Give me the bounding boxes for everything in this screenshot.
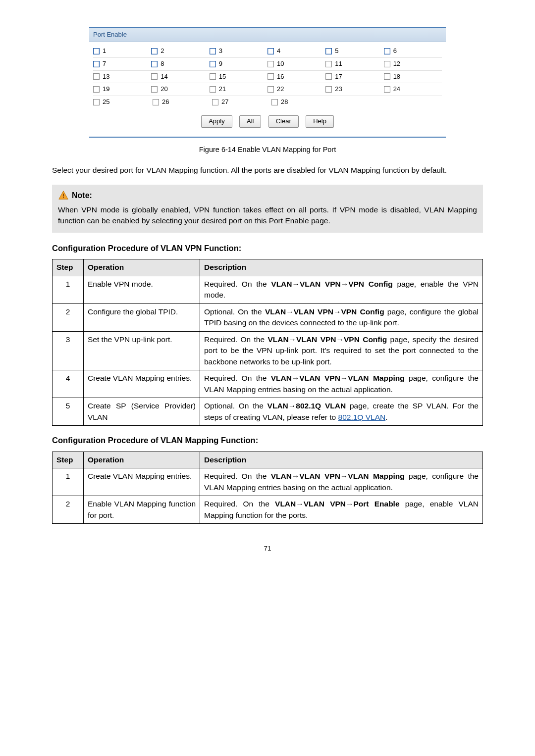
svg-rect-16 <box>326 74 332 80</box>
port-checkbox-23[interactable]: 23 <box>325 83 383 96</box>
clear-button[interactable]: Clear <box>268 115 299 128</box>
description-cell: Optional. On the VLAN→VLAN VPN→VPN Confi… <box>200 303 483 331</box>
port-grid: 1234567891011121314151617181920212223242… <box>89 42 446 108</box>
panel-header: Port Enable <box>89 28 446 42</box>
operation-cell: Configure the global TPID. <box>84 303 200 331</box>
svg-rect-15 <box>268 74 273 80</box>
svg-rect-19 <box>152 87 158 93</box>
operation-cell: Enable VPN mode. <box>84 276 200 303</box>
svg-rect-9 <box>268 61 273 67</box>
port-checkbox-21[interactable]: 21 <box>210 83 268 96</box>
procedure-table-2: Step Operation Description 1Create VLAN … <box>52 452 483 524</box>
svg-rect-23 <box>384 87 390 93</box>
operation-cell: Create VLAN Mapping entries. <box>84 468 200 496</box>
section1-title: Configuration Procedure of VLAN VPN Func… <box>52 243 483 254</box>
svg-rect-17 <box>384 74 390 80</box>
step-cell: 3 <box>53 331 84 370</box>
port-checkbox-8[interactable]: 8 <box>151 58 209 70</box>
apply-button[interactable]: Apply <box>201 115 232 128</box>
table-row: 2Enable VLAN Mapping function for port.R… <box>53 496 483 524</box>
port-checkbox-5[interactable]: 5 <box>325 45 383 57</box>
col-operation: Operation <box>84 259 200 276</box>
panel-button-row: Apply All Clear Help <box>89 108 446 137</box>
table-row: 3Set the VPN up-link port.Required. On t… <box>53 331 483 370</box>
port-checkbox-15[interactable]: 15 <box>210 71 268 83</box>
port-checkbox-27[interactable]: 27 <box>212 96 271 108</box>
port-checkbox-16[interactable]: 16 <box>268 71 325 83</box>
svg-rect-8 <box>210 61 215 67</box>
note-heading: Note: <box>58 190 477 201</box>
warning-icon <box>58 190 69 201</box>
svg-rect-27 <box>272 100 278 105</box>
svg-rect-30 <box>63 197 64 198</box>
svg-rect-1 <box>152 48 158 54</box>
step-cell: 2 <box>53 303 84 331</box>
svg-rect-3 <box>268 48 273 54</box>
port-checkbox-2[interactable]: 2 <box>151 45 209 57</box>
port-enable-panel: Port Enable 1234567891011121314151617181… <box>89 27 446 138</box>
svg-rect-26 <box>213 100 218 105</box>
svg-rect-2 <box>210 48 215 54</box>
port-checkbox-24[interactable]: 24 <box>384 83 442 96</box>
port-checkbox-10[interactable]: 10 <box>268 58 325 70</box>
port-checkbox-22[interactable]: 22 <box>268 83 325 96</box>
svg-rect-6 <box>94 61 100 67</box>
link[interactable]: 802.1Q VLAN <box>338 413 386 421</box>
note-label: Note: <box>72 190 92 201</box>
note-text: When VPN mode is globally enabled, VPN f… <box>58 204 477 227</box>
svg-rect-13 <box>152 74 158 80</box>
port-checkbox-3[interactable]: 3 <box>210 45 268 57</box>
all-button[interactable]: All <box>239 115 261 128</box>
port-checkbox-18[interactable]: 18 <box>384 71 442 83</box>
svg-rect-24 <box>94 100 100 105</box>
port-checkbox-14[interactable]: 14 <box>151 71 209 83</box>
port-checkbox-1[interactable]: 1 <box>93 45 151 57</box>
help-button[interactable]: Help <box>306 115 334 128</box>
col-desc: Description <box>200 259 483 276</box>
table-row: 2Configure the global TPID.Optional. On … <box>53 303 483 331</box>
svg-rect-10 <box>326 61 332 67</box>
description-cell: Optional. On the VLAN→802.1Q VLAN page, … <box>200 398 483 426</box>
figure-caption: Figure 6-14 Enable VLAN Mapping for Port <box>52 145 483 155</box>
svg-rect-29 <box>63 194 64 197</box>
svg-rect-11 <box>384 61 390 67</box>
description-cell: Required. On the VLAN→VLAN VPN→VLAN Mapp… <box>200 468 483 496</box>
operation-cell: Set the VPN up-link port. <box>84 331 200 370</box>
svg-rect-14 <box>210 74 215 80</box>
port-checkbox-28[interactable]: 28 <box>271 96 331 108</box>
operation-cell: Enable VLAN Mapping function for port. <box>84 496 200 524</box>
svg-rect-12 <box>94 74 100 80</box>
port-checkbox-9[interactable]: 9 <box>210 58 268 70</box>
port-checkbox-7[interactable]: 7 <box>93 58 151 70</box>
port-checkbox-13[interactable]: 13 <box>93 71 151 83</box>
svg-rect-5 <box>384 48 390 54</box>
port-checkbox-4[interactable]: 4 <box>268 45 325 57</box>
svg-rect-21 <box>268 87 273 93</box>
port-checkbox-19[interactable]: 19 <box>93 83 151 96</box>
port-checkbox-26[interactable]: 26 <box>153 96 212 108</box>
svg-rect-4 <box>326 48 332 54</box>
col-step: Step <box>53 452 84 468</box>
section2-title: Configuration Procedure of VLAN Mapping … <box>52 435 483 447</box>
port-checkbox-17[interactable]: 17 <box>325 71 383 83</box>
step-cell: 1 <box>53 468 84 496</box>
port-checkbox-20[interactable]: 20 <box>151 83 209 96</box>
col-step: Step <box>53 259 84 276</box>
port-checkbox-11[interactable]: 11 <box>325 58 383 70</box>
svg-rect-20 <box>210 87 215 93</box>
procedure-table-1: Step Operation Description 1Enable VPN m… <box>52 259 483 426</box>
table-row: 1Enable VPN mode.Required. On the VLAN→V… <box>53 276 483 303</box>
operation-cell: Create VLAN Mapping entries. <box>84 370 200 398</box>
description-cell: Required. On the VLAN→VLAN VPN→VLAN Mapp… <box>200 370 483 398</box>
page-number: 71 <box>52 544 483 554</box>
step-cell: 2 <box>53 496 84 524</box>
note-box: Note: When VPN mode is globally enabled,… <box>52 185 483 232</box>
col-operation: Operation <box>84 452 200 468</box>
step-cell: 4 <box>53 370 84 398</box>
port-checkbox-25[interactable]: 25 <box>93 96 153 108</box>
svg-rect-22 <box>326 87 332 93</box>
intro-text: Select your desired port for VLAN Mappin… <box>52 165 483 176</box>
port-checkbox-12[interactable]: 12 <box>384 58 442 70</box>
description-cell: Required. On the VLAN→VLAN VPN→VPN Confi… <box>200 276 483 303</box>
port-checkbox-6[interactable]: 6 <box>384 45 442 57</box>
